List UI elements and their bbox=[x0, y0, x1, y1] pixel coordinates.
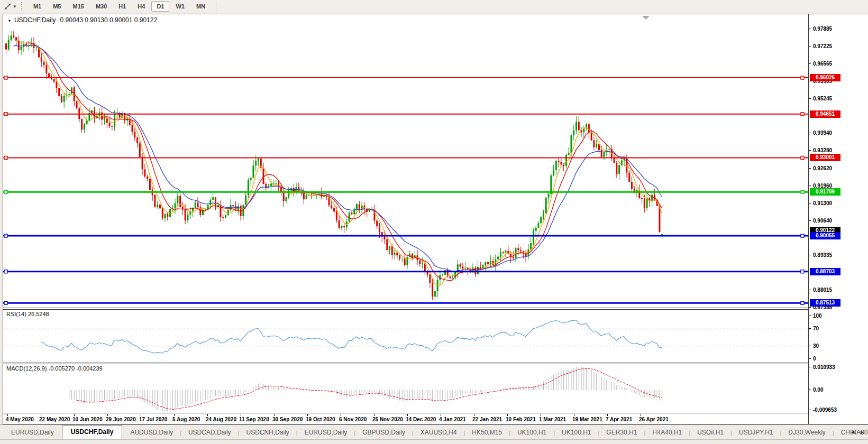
scroll-marker-icon[interactable] bbox=[642, 16, 650, 20]
line-handle[interactable] bbox=[801, 156, 804, 160]
tool-dropdown-caret-icon[interactable]: ▼ bbox=[13, 4, 17, 9]
candle-body bbox=[339, 220, 340, 228]
candle-body bbox=[5, 43, 7, 49]
price-tick: 0.97225 bbox=[809, 43, 832, 49]
chart-tab-usdcnh-daily[interactable]: USDCNH,Daily bbox=[239, 426, 296, 439]
chart-tab-usdchf-daily[interactable]: USDCHF,Daily bbox=[62, 425, 123, 439]
candle-body bbox=[222, 217, 224, 218]
line-handle[interactable] bbox=[4, 156, 7, 160]
chart-tab-dj30-weekly[interactable]: DJ30,Weekly bbox=[781, 426, 832, 439]
price-axis[interactable]: 0.978850.972250.965650.959050.952450.945… bbox=[808, 14, 868, 424]
candle-body bbox=[575, 122, 577, 131]
candle-body bbox=[553, 170, 554, 175]
candle-body bbox=[432, 283, 433, 297]
tabs-scroll-left-icon[interactable]: ◄ bbox=[850, 429, 855, 436]
date-label: 14 Dec 2020 bbox=[406, 417, 436, 422]
rsi-panel[interactable] bbox=[3, 309, 808, 363]
candle-body bbox=[593, 140, 595, 147]
chart-tab-hk50-m15[interactable]: HK50,M15 bbox=[465, 426, 509, 439]
candle-body bbox=[45, 65, 47, 73]
crosshair-tool-icon[interactable] bbox=[3, 2, 12, 11]
candle-body bbox=[331, 206, 332, 208]
candle-body bbox=[144, 170, 145, 177]
main-chart-panel[interactable] bbox=[3, 14, 808, 308]
candle-body bbox=[573, 131, 574, 135]
candle-body bbox=[535, 228, 537, 231]
line-handle[interactable] bbox=[801, 113, 804, 116]
date-tick bbox=[41, 414, 41, 416]
line-handle[interactable] bbox=[4, 234, 7, 237]
timeframe-button-m15[interactable]: M15 bbox=[67, 1, 89, 12]
line-handle[interactable] bbox=[801, 270, 804, 273]
candle-body bbox=[533, 231, 534, 243]
date-tick bbox=[241, 414, 241, 416]
candle-body bbox=[195, 202, 196, 208]
time-axis[interactable]: 4 May 202022 May 202010 Jun 202029 Jun 2… bbox=[3, 414, 808, 424]
timeframe-button-h1[interactable]: H1 bbox=[113, 1, 131, 12]
chart-collapse-icon[interactable]: ▼ bbox=[7, 18, 12, 23]
line-handle[interactable] bbox=[4, 76, 7, 79]
chart-tab-eurusd-daily[interactable]: EURUSD,Daily bbox=[4, 426, 61, 439]
timeframe-button-mn[interactable]: MN bbox=[191, 1, 211, 12]
chart-tab-usdcad-daily[interactable]: USDCAD,Daily bbox=[181, 426, 238, 439]
macd-panel[interactable] bbox=[3, 364, 808, 413]
candle-body bbox=[616, 163, 617, 174]
tabs-scroll-right-icon[interactable]: ► bbox=[860, 429, 865, 436]
level-price-label: 0.94651 bbox=[810, 110, 840, 118]
line-handle[interactable] bbox=[4, 301, 7, 304]
timeframe-button-m30[interactable]: M30 bbox=[90, 1, 112, 12]
line-handle[interactable] bbox=[801, 76, 804, 79]
date-tick bbox=[374, 414, 374, 416]
candle-body bbox=[391, 246, 393, 255]
timeframe-button-w1[interactable]: W1 bbox=[170, 1, 190, 12]
date-label: 24 Aug 2020 bbox=[206, 417, 236, 422]
date-tick bbox=[274, 414, 275, 416]
chart-tab-usdjpy-h1[interactable]: USDJPY,H1 bbox=[732, 426, 780, 439]
candle-body bbox=[250, 178, 252, 180]
candle-body bbox=[11, 36, 12, 40]
timeframe-button-d1[interactable]: D1 bbox=[151, 1, 169, 12]
chart-tab-uk100-h1[interactable]: UK100,H1 bbox=[510, 426, 553, 439]
timeframe-button-m5[interactable]: M5 bbox=[48, 1, 66, 12]
candle-body bbox=[8, 40, 10, 50]
chart-tab-gbpusd-daily[interactable]: GBPUSD,Daily bbox=[355, 426, 412, 439]
chart-tab-uk100-h1[interactable]: UK100,H1 bbox=[555, 426, 598, 439]
candle-body bbox=[104, 118, 105, 120]
toolbar: ▼ M1M5M15M30H1H4D1W1MN bbox=[0, 0, 868, 13]
candle-body bbox=[132, 125, 133, 132]
line-handle[interactable] bbox=[4, 190, 7, 193]
date-tick bbox=[541, 414, 541, 416]
candle-body bbox=[601, 150, 602, 157]
line-handle[interactable] bbox=[801, 234, 804, 237]
candle-body bbox=[419, 260, 421, 264]
date-tick bbox=[507, 414, 508, 416]
chart-tab-audusd-daily[interactable]: AUDUSD,Daily bbox=[123, 426, 180, 439]
candle-body bbox=[270, 183, 272, 186]
rsi-scale-tick: 0 bbox=[809, 355, 816, 362]
candle-body bbox=[460, 264, 461, 266]
candle-body bbox=[560, 162, 562, 164]
toolbar-grip[interactable] bbox=[21, 2, 23, 11]
line-handle[interactable] bbox=[4, 270, 7, 273]
timeframe-button-m1[interactable]: M1 bbox=[28, 1, 47, 12]
candle-body bbox=[450, 276, 451, 279]
date-tick bbox=[141, 414, 141, 416]
toolbar-separator bbox=[216, 2, 216, 11]
candle-body bbox=[84, 124, 85, 130]
chart-tab-fra40-h1[interactable]: FRA40,H1 bbox=[645, 426, 689, 439]
chart-tab-eurusd-daily[interactable]: EURUSD,Daily bbox=[298, 426, 354, 439]
line-handle[interactable] bbox=[801, 301, 804, 304]
candle-body bbox=[283, 192, 285, 201]
chart-tab-ger30-h1[interactable]: GER30,H1 bbox=[599, 426, 644, 439]
price-tick: 0.90640 bbox=[809, 217, 832, 224]
chart-tab-xauusd-h4[interactable]: XAUUSD,H4 bbox=[414, 426, 464, 439]
candle-body bbox=[106, 118, 108, 123]
candle-body bbox=[114, 114, 115, 127]
candle-body bbox=[396, 253, 398, 256]
date-tick bbox=[441, 414, 441, 416]
chart-tab-usoil-h1[interactable]: USOil,H1 bbox=[690, 426, 730, 439]
candle-body bbox=[81, 119, 83, 130]
line-handle[interactable] bbox=[801, 190, 804, 193]
timeframe-button-h4[interactable]: H4 bbox=[132, 1, 150, 12]
line-handle[interactable] bbox=[4, 113, 7, 116]
